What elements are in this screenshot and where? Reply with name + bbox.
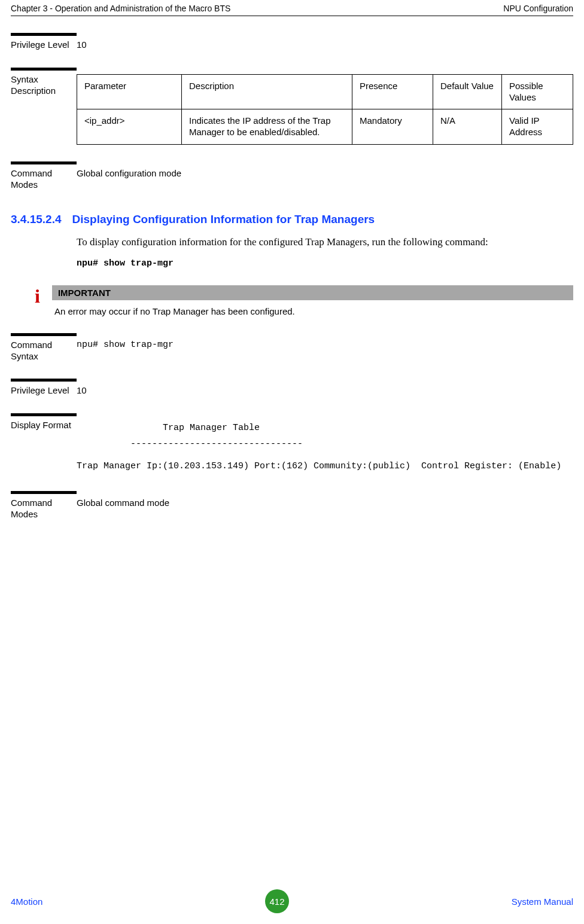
- command-modes-value: Global configuration mode: [77, 161, 573, 191]
- footer-left: 4Motion: [11, 896, 42, 907]
- privilege-level-section-1: Privilege Level 10: [11, 33, 573, 51]
- important-icon: i: [35, 285, 40, 316]
- display-format-label: Display Format: [11, 413, 77, 474]
- heading-title: Displaying Configuration Information for…: [72, 213, 375, 226]
- syntax-description-section: Syntax Description Parameter Description…: [11, 68, 573, 145]
- important-text: An error may occur if no Trap Manager ha…: [52, 300, 573, 316]
- th-possible-values: Possible Values: [502, 74, 573, 109]
- syntax-description-table: Parameter Description Presence Default V…: [77, 74, 573, 145]
- table-row: <ip_addr> Indicates the IP address of th…: [77, 109, 573, 145]
- td-description: Indicates the IP address of the Trap Man…: [182, 109, 352, 145]
- th-parameter: Parameter: [77, 74, 182, 109]
- header-left: Chapter 3 - Operation and Administration…: [11, 4, 230, 13]
- td-default-value: N/A: [433, 109, 502, 145]
- th-presence: Presence: [352, 74, 433, 109]
- page-number-badge: 412: [265, 889, 289, 913]
- body-paragraph: To display configuration information for…: [77, 234, 573, 250]
- td-possible-values: Valid IP Address: [502, 109, 573, 145]
- section-heading: 3.4.15.2.4 Displaying Configuration Info…: [11, 213, 573, 226]
- syntax-description-label: Syntax Description: [11, 68, 77, 145]
- page-header: Chapter 3 - Operation and Administration…: [11, 0, 573, 16]
- command-syntax-section: Command Syntax npu# show trap-mgr: [11, 333, 573, 362]
- display-format-line3: Trap Manager Ip:(10.203.153.149) Port:(1…: [77, 458, 573, 474]
- privilege-level-section-2: Privilege Level 10: [11, 379, 573, 397]
- privilege-level-label: Privilege Level: [11, 33, 77, 51]
- command-syntax-label: Command Syntax: [11, 333, 77, 362]
- footer-right: System Manual: [512, 896, 573, 907]
- command-modes-value-2: Global command mode: [77, 491, 573, 520]
- command-modes-label: Command Modes: [11, 161, 77, 191]
- command-syntax-value: npu# show trap-mgr: [77, 333, 573, 362]
- command-modes-label-2: Command Modes: [11, 491, 77, 520]
- command-example: npu# show trap-mgr: [77, 258, 573, 269]
- important-header: IMPORTANT: [52, 285, 573, 300]
- privilege-level-value: 10: [77, 33, 573, 51]
- td-parameter: <ip_addr>: [77, 109, 182, 145]
- heading-number: 3.4.15.2.4: [11, 213, 62, 226]
- privilege-level-value-2: 10: [77, 379, 573, 397]
- td-presence: Mandatory: [352, 109, 433, 145]
- table-header-row: Parameter Description Presence Default V…: [77, 74, 573, 109]
- command-modes-section-1: Command Modes Global configuration mode: [11, 161, 573, 191]
- th-default-value: Default Value: [433, 74, 502, 109]
- display-format-line2: --------------------------------: [77, 436, 573, 452]
- important-callout: i IMPORTANT An error may occur if no Tra…: [35, 285, 573, 316]
- command-modes-section-2: Command Modes Global command mode: [11, 491, 573, 520]
- page-footer: 4Motion 412 System Manual: [11, 889, 573, 913]
- display-format-line1: Trap Manager Table: [77, 420, 573, 436]
- display-format-section: Display Format Trap Manager Table ------…: [11, 413, 573, 474]
- header-right: NPU Configuration: [503, 4, 573, 13]
- th-description: Description: [182, 74, 352, 109]
- privilege-level-label-2: Privilege Level: [11, 379, 77, 397]
